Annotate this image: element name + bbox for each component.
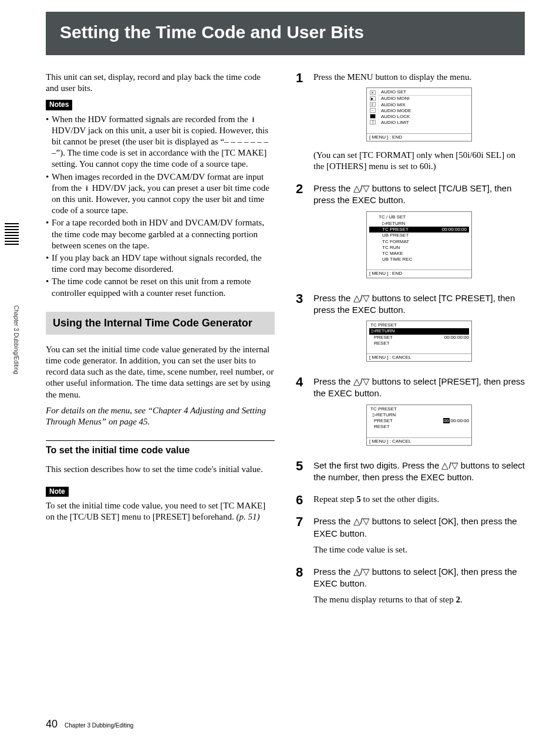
menu-icon-column: ✕ ▶ ≡ → ⠿ — [367, 89, 379, 126]
note-item: If you play back an HDV tape without sig… — [46, 252, 275, 275]
menu-item: PRESET00:00:00:00 — [367, 335, 471, 341]
step: 7 Press the △/▽ buttons to select [OK], … — [296, 515, 525, 560]
menu-screenshot-tcpreset1: TC PRESET ▷RETURN PRESET00:00:00:00 RESE… — [366, 321, 472, 362]
notes-list: When the HDV formatted signals are recor… — [46, 114, 275, 299]
title-bar: Setting the Time Code and User Bits — [46, 12, 525, 55]
menu-item: AUDIO LOCK — [379, 114, 471, 120]
ilink-icon: i — [84, 184, 90, 193]
page-number: 40 — [46, 718, 58, 730]
menu-item: TC FORMAT — [367, 239, 471, 245]
menu-footer: [ MENU ] : CANCEL — [367, 437, 471, 445]
menu-item: AUDIO MONI — [379, 96, 471, 102]
note-item: When the HDV formatted signals are recor… — [46, 114, 275, 170]
menu-footer: [ MENU ] : END — [367, 269, 471, 277]
step-text: Press the MENU button to display the men… — [313, 72, 525, 83]
menu-item: TC RUN — [367, 245, 471, 251]
menu-footer: [ MENU ] : END — [367, 133, 471, 141]
step-after: The time code value is set. — [313, 544, 525, 555]
step-text: Press the △/▽ buttons to select [OK], th… — [313, 566, 525, 589]
note-item: When images recorded in the DVCAM/DV for… — [46, 171, 275, 217]
step: 5 Set the first two digits. Press the △/… — [296, 460, 525, 488]
note-item: For a tape recorded both in HDV and DVCA… — [46, 217, 275, 251]
side-chapter-tab: Chapter 3 Dubbing/Editing — [13, 305, 19, 374]
menu-item-selected: ▷RETURN — [369, 328, 469, 334]
note-item: The time code cannot be reset on this un… — [46, 276, 275, 298]
ilink-icon: i — [250, 116, 256, 124]
step-text: Press the △/▽ buttons to select [OK], th… — [313, 515, 525, 539]
menu-icon: ✕ — [370, 90, 376, 95]
step-after: The menu display returns to that of step… — [313, 594, 525, 605]
step: 8 Press the △/▽ buttons to select [OK], … — [296, 566, 525, 611]
menu-item: UB PRESET — [367, 233, 471, 238]
section-heading: Using the Internal Time Code Generator — [46, 312, 275, 335]
menu-icon: → — [370, 108, 376, 113]
step: 4 Press the △/▽ buttons to select [PRESE… — [296, 376, 525, 454]
menu-item: ▷RETURN — [367, 412, 471, 418]
section-reference: For details on the menu, see “Chapter 4 … — [46, 405, 275, 427]
menu-icon — [370, 114, 376, 119]
step: 2 Press the △/▽ buttons to select [TC/UB… — [296, 183, 525, 286]
step-number: 7 — [296, 515, 308, 560]
page-title: Setting the Time Code and User Bits — [60, 22, 511, 42]
sub-heading: To set the initial time code value — [46, 440, 275, 456]
step-number: 2 — [296, 183, 308, 286]
menu-item: RESET — [367, 341, 471, 346]
menu-screenshot-tcub: TC / UB SET ▷RETURN TC PRESET00:00:00:00… — [366, 211, 472, 278]
step-text: Repeat step 5 to set the other digits. — [313, 494, 525, 505]
step-text: Press the △/▽ buttons to select [PRESET]… — [313, 376, 525, 399]
step: 6 Repeat step 5 to set the other digits. — [296, 494, 525, 510]
digit-cursor: 00 — [443, 418, 450, 423]
menu-item: RESET — [367, 424, 471, 430]
menu-screenshot-audio: ✕ ▶ ≡ → ⠿ AUDIO SET AUDIO MONI AUDIO MIX — [366, 87, 472, 141]
step-number: 4 — [296, 376, 308, 454]
step-text: Press the △/▽ buttons to select [TC/UB S… — [313, 183, 525, 206]
menu-icon: ⠿ — [370, 120, 376, 124]
step-number: 3 — [296, 292, 308, 370]
menu-item: TC MAKE — [367, 251, 471, 257]
left-column: This unit can set, display, record and p… — [46, 72, 275, 616]
step-number: 6 — [296, 494, 308, 510]
menu-item: ▷RETURN — [367, 221, 471, 227]
menu-header: TC / UB SET — [367, 213, 471, 221]
notes-label: Notes — [46, 100, 72, 110]
step-text: Set the first two digits. Press the △/▽ … — [313, 460, 525, 483]
step-text: Press the △/▽ buttons to select [TC PRES… — [313, 292, 525, 316]
menu-footer: [ MENU ] : CANCEL — [367, 353, 471, 361]
note-label: Note — [46, 487, 69, 497]
page: Chapter 3 Dubbing/Editing Setting the Ti… — [0, 0, 560, 748]
note-body: To set the initial time code value, you … — [46, 500, 275, 523]
footer-chapter: Chapter 3 Dubbing/Editing — [65, 722, 133, 729]
menu-item: AUDIO LIMIT — [379, 120, 471, 126]
sub-body: This section describes how to set the ti… — [46, 464, 275, 475]
menu-screenshot-tcpreset2: TC PRESET ▷RETURN PRESET 00:00:00:00 RES… — [366, 405, 472, 446]
menu-item: AUDIO MODE — [379, 108, 471, 114]
menu-icon: ≡ — [370, 102, 376, 107]
page-footer: 40 Chapter 3 Dubbing/Editing — [46, 718, 133, 730]
menu-header: AUDIO SET — [379, 89, 471, 96]
step: 1 Press the MENU button to display the m… — [296, 72, 525, 177]
intro-paragraph: This unit can set, display, record and p… — [46, 72, 275, 94]
right-column: 1 Press the MENU button to display the m… — [296, 72, 525, 616]
menu-header: TC PRESET — [367, 406, 471, 412]
menu-header: TC PRESET — [367, 322, 471, 328]
step-number: 5 — [296, 460, 308, 488]
menu-item: UB TIME REC — [367, 257, 471, 262]
step-number: 8 — [296, 566, 308, 611]
step-number: 1 — [296, 72, 308, 177]
menu-item: PRESET 00:00:00:00 — [367, 418, 471, 424]
section-body: You can set the initial time code value … — [46, 344, 275, 400]
menu-icon: ▶ — [370, 96, 376, 101]
step-after: (You can set [TC FORMAT] only when [50i/… — [313, 150, 525, 172]
menu-item: AUDIO MIX — [379, 102, 471, 108]
step: 3 Press the △/▽ buttons to select [TC PR… — [296, 292, 525, 370]
menu-item-selected: TC PRESET00:00:00:00 — [369, 227, 469, 233]
two-column-layout: This unit can set, display, record and p… — [46, 72, 525, 616]
binding-stripes — [5, 223, 19, 247]
